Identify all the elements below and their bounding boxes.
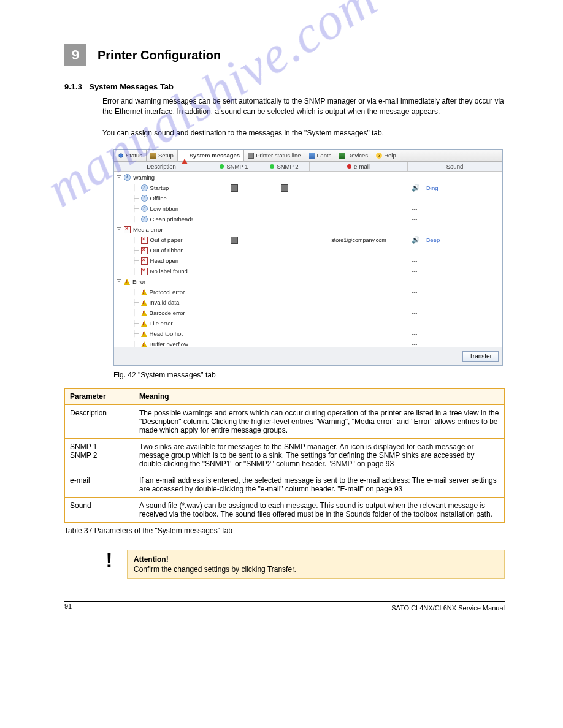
tree-item-row[interactable]: ├─Buffer overflow--- — [114, 339, 502, 347]
tree-node-label: Protocol error — [150, 289, 185, 295]
sound-cell[interactable]: --- — [408, 268, 502, 275]
tree-item-row[interactable]: ├─Startup🔊Ding — [114, 183, 502, 193]
sound-value: --- — [412, 195, 418, 202]
sound-cell[interactable]: --- — [408, 174, 502, 181]
tab-label: Help — [384, 152, 396, 159]
tab-strip: Status Setup System messages Printer sta… — [114, 150, 502, 162]
sound-cell[interactable]: --- — [408, 216, 502, 222]
parameters-table: Parameter Meaning DescriptionThe possibl… — [64, 388, 505, 523]
tab-setup[interactable]: Setup — [147, 150, 178, 161]
tree-connector: ├─ — [124, 247, 139, 254]
tree-item-row[interactable]: ├─Offline--- — [114, 193, 502, 203]
tree-item-row[interactable]: ├─Head too hot--- — [114, 328, 502, 339]
tab-label: Devices — [347, 152, 368, 159]
sound-value: --- — [412, 216, 418, 222]
tree-node-label: Buffer overflow — [150, 341, 188, 347]
tree-description-cell: ├─Offline — [114, 195, 209, 202]
tree-item-row[interactable]: ├─Protocol error--- — [114, 287, 502, 297]
fonts-icon — [309, 153, 315, 159]
sound-cell[interactable]: --- — [408, 309, 502, 316]
tree-node-label: Startup — [150, 184, 169, 191]
page-brand: SATO CL4NX/CL6NX Service Manual — [391, 604, 505, 612]
section-header: 9.1.3 System Messages Tab — [64, 82, 505, 91]
sound-value: --- — [412, 247, 418, 254]
tree-connector: ├─ — [124, 320, 139, 327]
sound-cell[interactable]: --- — [408, 247, 502, 254]
tree-connector: ├─ — [124, 309, 139, 316]
tab-printer-status-line[interactable]: Printer status line — [244, 150, 305, 161]
param-meaning-cell: The possible warnings and errors which c… — [134, 405, 505, 439]
sound-cell[interactable]: --- — [408, 257, 502, 264]
tree-connector: ├─ — [124, 268, 139, 275]
sound-value: --- — [412, 341, 418, 347]
media-error-icon — [141, 268, 148, 275]
sound-cell[interactable]: --- — [408, 195, 502, 202]
tree-item-row[interactable]: ├─Out of paperstore1@company.com🔊Beep — [114, 235, 502, 245]
sound-cell[interactable]: --- — [408, 299, 502, 306]
sound-cell[interactable]: --- — [408, 226, 502, 233]
tab-label: Setup — [158, 152, 174, 159]
sound-cell[interactable]: 🔊Ding — [408, 184, 502, 192]
snmp2-cell[interactable] — [259, 184, 310, 192]
error-icon — [141, 320, 147, 327]
expand-toggle[interactable]: − — [117, 279, 121, 284]
sound-value: --- — [412, 289, 418, 295]
snmp1-cell[interactable] — [209, 184, 259, 192]
snmp1-cell[interactable] — [209, 237, 259, 244]
tab-system-messages[interactable]: System messages — [178, 150, 244, 161]
tree-pane[interactable]: −Warning--- ├─Startup🔊Ding ├─Offline--- … — [114, 172, 502, 347]
speaker-icon: 🔊 — [412, 184, 420, 192]
tree-group-row[interactable]: −Error--- — [114, 276, 502, 287]
tree-item-row[interactable]: ├─Out of ribbon--- — [114, 245, 502, 256]
sound-cell[interactable]: --- — [408, 205, 502, 212]
col-header-snmp2[interactable]: SNMP 2 — [259, 162, 310, 171]
tree-item-row[interactable]: ├─Clean printhead!--- — [114, 214, 502, 224]
col-header-email[interactable]: e-mail — [310, 162, 408, 171]
email-cell[interactable]: store1@company.com — [310, 237, 408, 243]
tree-node-label: Barcode error — [150, 309, 185, 316]
tree-node-label: Error — [132, 278, 145, 285]
sound-cell[interactable]: --- — [408, 320, 502, 327]
tree-item-row[interactable]: ├─No label found--- — [114, 266, 502, 276]
warning-icon — [182, 152, 188, 164]
sound-name: Beep — [426, 237, 440, 243]
tree-node-label: Head too hot — [150, 330, 183, 337]
sound-cell[interactable]: --- — [408, 330, 502, 337]
tab-help[interactable]: ? Help — [372, 150, 400, 161]
tab-devices[interactable]: Devices — [335, 150, 372, 161]
tree-item-row[interactable]: ├─Low ribbon--- — [114, 203, 502, 214]
sound-cell[interactable]: --- — [408, 278, 502, 285]
sound-cell[interactable]: 🔊Beep — [408, 236, 502, 244]
param-head-col2: Meaning — [134, 389, 505, 405]
tree-description-cell: ├─Out of paper — [114, 237, 209, 244]
tree-connector: ├─ — [124, 299, 139, 306]
tree-connector: ├─ — [124, 205, 139, 212]
tree-node-label: Warning — [133, 174, 155, 181]
expand-toggle[interactable]: − — [117, 227, 121, 232]
tree-item-row[interactable]: ├─File error--- — [114, 318, 502, 328]
media-error-icon — [124, 226, 131, 233]
sound-cell[interactable]: --- — [408, 341, 502, 347]
tree-group-row[interactable]: −Warning--- — [114, 172, 502, 183]
sound-value: --- — [412, 174, 418, 181]
attention-box: Attention! Confirm the changed settings … — [127, 550, 505, 579]
col-header-description[interactable]: Description — [114, 162, 209, 171]
param-meaning-cell: Two sinks are available for messages to … — [134, 439, 505, 472]
tab-fonts[interactable]: Fonts — [305, 150, 336, 161]
tab-status[interactable]: Status — [114, 150, 147, 161]
col-header-snmp1[interactable]: SNMP 1 — [209, 162, 259, 171]
transfer-button[interactable]: Transfer — [462, 351, 499, 362]
col-header-sound[interactable]: Sound — [408, 162, 502, 171]
tree-item-row[interactable]: ├─Invalid data--- — [114, 297, 502, 308]
error-icon — [141, 289, 147, 295]
tree-connector: ├─ — [124, 216, 139, 222]
tree-node-label: Head open — [150, 257, 178, 264]
tree-description-cell: ├─Low ribbon — [114, 205, 209, 212]
table-row: SoundA sound file (*.wav) can be assigne… — [65, 498, 505, 523]
tree-item-row[interactable]: ├─Barcode error--- — [114, 308, 502, 318]
tree-item-row[interactable]: ├─Head open--- — [114, 256, 502, 266]
grid-header: Description SNMP 1 SNMP 2 e-mail Sound — [114, 162, 502, 172]
sound-cell[interactable]: --- — [408, 289, 502, 295]
tree-group-row[interactable]: −Media error--- — [114, 224, 502, 235]
expand-toggle[interactable]: − — [117, 175, 121, 180]
